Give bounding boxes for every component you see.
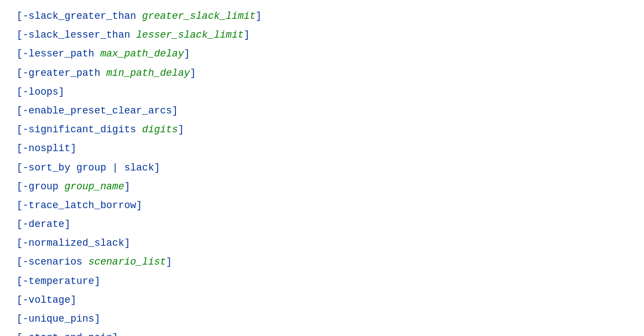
flag-text: [-trace_latch_borrow] <box>17 200 142 211</box>
flag-text: [-start_end_pair] <box>17 332 118 336</box>
flag-text: [-slack_greater_than <box>17 11 142 22</box>
line-6: [-enable_preset_clear_arcs] <box>17 101 627 120</box>
line-9: [-sort_by group | slack] <box>17 158 627 177</box>
param-text: scenario_list <box>89 256 166 267</box>
flag-text: [-derate] <box>17 219 70 230</box>
line-2: [-slack_lesser_than lesser_slack_limit] <box>17 25 627 44</box>
line-15: [-temperature] <box>17 272 627 291</box>
line-8: [-nosplit] <box>17 139 627 158</box>
line-10: [-group group_name] <box>17 177 627 196</box>
flag-text: [-normalized_slack] <box>17 237 130 249</box>
bracket-text: ] <box>184 48 190 59</box>
param-text: max_path_delay <box>100 48 184 59</box>
line-12: [-derate] <box>17 215 627 234</box>
bracket-text: ] <box>178 124 184 135</box>
line-3: [-lesser_path max_path_delay] <box>17 44 627 63</box>
bracket-text: ] <box>166 256 172 267</box>
line-13: [-normalized_slack] <box>17 234 627 252</box>
line-4: [-greater_path min_path_delay] <box>17 64 627 82</box>
line-18: [-start_end_pair] <box>17 328 627 336</box>
param-text: min_path_delay <box>106 68 190 79</box>
flag-text: [-loops] <box>17 86 64 97</box>
line-7: [-significant_digits digits] <box>17 120 627 139</box>
param-text: greater_slack_limit <box>142 11 256 22</box>
code-display: [-slack_greater_than greater_slack_limit… <box>17 7 627 336</box>
flag-text: [-group <box>17 181 64 192</box>
bracket-text: ] <box>124 181 130 192</box>
line-17: [-unique_pins] <box>17 309 627 328</box>
flag-text: [-unique_pins] <box>17 313 100 324</box>
line-5: [-loops] <box>17 82 627 101</box>
param-text: group_name <box>64 181 124 192</box>
bracket-text: ] <box>190 68 196 79</box>
flag-text: [-scenarios <box>17 256 89 267</box>
flag-text: [-significant_digits <box>17 124 142 135</box>
flag-text: [-greater_path <box>17 68 106 79</box>
flag-text: [-slack_lesser_than <box>17 29 136 40</box>
flag-text: [-temperature] <box>17 276 100 287</box>
line-11: [-trace_latch_borrow] <box>17 196 627 215</box>
flag-text: [-sort_by group | slack] <box>17 162 160 173</box>
flag-text: [-voltage] <box>17 294 76 306</box>
line-16: [-voltage] <box>17 291 627 309</box>
flag-text: [-nosplit] <box>17 143 76 154</box>
bracket-text: ] <box>243 29 250 40</box>
param-text: digits <box>142 124 178 135</box>
param-text: lesser_slack_limit <box>136 29 243 40</box>
flag-text: [-enable_preset_clear_arcs] <box>17 105 178 116</box>
bracket-text: ] <box>256 11 262 22</box>
line-14: [-scenarios scenario_list] <box>17 252 627 271</box>
flag-text: [-lesser_path <box>17 48 100 59</box>
line-1: [-slack_greater_than greater_slack_limit… <box>17 7 627 25</box>
